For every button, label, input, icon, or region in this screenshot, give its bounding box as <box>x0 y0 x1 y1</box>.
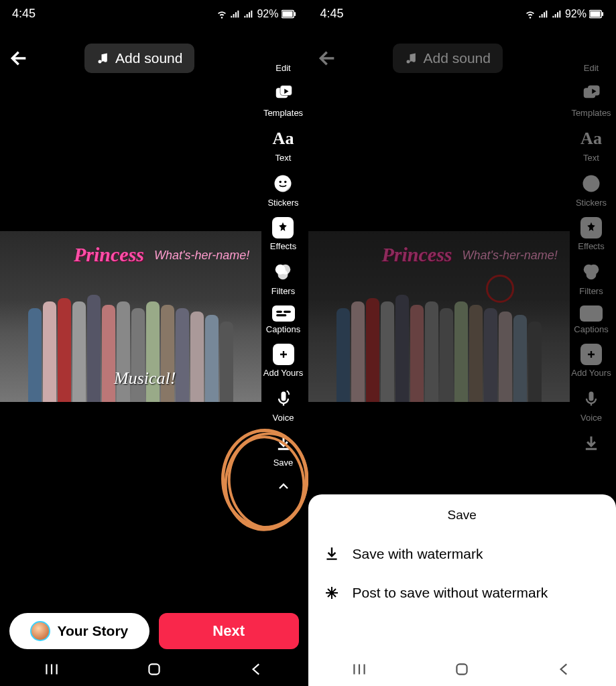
nav-recents[interactable] <box>43 661 60 678</box>
svg-point-21 <box>582 176 599 192</box>
annotation-red-circle <box>486 275 514 303</box>
nav-home[interactable] <box>145 661 163 678</box>
tool-effects[interactable]: Effects <box>270 217 297 251</box>
preview-text-subtitle: What's-her-name! <box>154 249 249 263</box>
nav-back[interactable] <box>248 661 265 678</box>
tool-text: Aa Text <box>580 127 603 163</box>
templates-icon <box>580 82 603 105</box>
collapse-tools-button[interactable] <box>273 480 294 493</box>
sheet-row-watermark-label: Save with watermark <box>353 546 483 562</box>
next-button[interactable]: Next <box>159 613 299 649</box>
wifi-icon <box>217 9 227 19</box>
screen-left: 4:45 92% Add sound Edit Templates <box>0 0 308 686</box>
add-yours-icon <box>273 344 294 365</box>
filters-icon <box>271 261 294 283</box>
status-bar: 4:45 92% <box>308 0 617 23</box>
tool-column: Edit Templates Aa Text Stickers Effects <box>259 51 308 493</box>
back-button[interactable] <box>8 47 31 70</box>
voice-icon <box>272 387 295 410</box>
captions-icon <box>580 305 603 322</box>
status-indicators: 92% <box>525 8 604 20</box>
effects-icon <box>580 217 602 238</box>
status-indicators: 92% <box>217 8 296 20</box>
svg-rect-15 <box>149 664 159 674</box>
add-sound-label: Add sound <box>115 50 182 66</box>
tool-voice[interactable]: Voice <box>272 387 295 423</box>
add-sound-button: Add sound <box>393 44 503 73</box>
tool-save <box>580 432 603 455</box>
svg-rect-12 <box>284 311 291 313</box>
sheet-row-no-watermark[interactable]: Post to save without watermark <box>308 573 617 612</box>
text-icon: Aa <box>580 127 603 150</box>
status-time: 4:45 <box>12 7 36 21</box>
text-icon: Aa <box>272 127 295 150</box>
your-story-label: Your Story <box>57 623 128 639</box>
bottom-actions: Your Story Next <box>0 613 308 649</box>
save-icon <box>580 432 603 455</box>
svg-rect-26 <box>457 664 467 674</box>
tool-templates[interactable]: Templates <box>263 82 303 118</box>
tool-edit[interactable]: Edit <box>272 51 295 73</box>
battery-icon <box>282 9 296 19</box>
video-preview: Princess What's-her-name! <box>308 231 570 402</box>
tool-stickers: Stickers <box>576 172 607 208</box>
preview-text-princess: Princess <box>74 243 144 266</box>
add-sound-label: Add sound <box>424 50 491 66</box>
nav-back[interactable] <box>556 661 573 678</box>
svg-rect-18 <box>602 12 603 16</box>
svg-point-7 <box>284 181 287 184</box>
signal-icon-2 <box>243 9 254 19</box>
nav-recents[interactable] <box>351 661 368 678</box>
battery-icon <box>589 9 604 19</box>
chevron-up-icon <box>275 478 292 494</box>
captions-icon <box>272 305 295 322</box>
svg-rect-13 <box>276 314 286 316</box>
sheet-row-no-watermark-label: Post to save without watermark <box>353 585 548 601</box>
tool-edit: Edit <box>580 51 603 73</box>
tool-voice: Voice <box>580 387 603 423</box>
signal-icon <box>538 9 549 19</box>
download-icon <box>323 545 341 563</box>
tool-effects: Effects <box>578 217 605 251</box>
signal-icon <box>230 9 241 19</box>
android-nav <box>0 653 308 686</box>
add-sound-button[interactable]: Add sound <box>84 44 194 73</box>
preview-text-subtitle: What's-her-name! <box>463 249 558 263</box>
tool-filters[interactable]: Filters <box>271 261 295 296</box>
tool-captions[interactable]: Captions <box>266 305 300 334</box>
svg-rect-2 <box>294 12 295 16</box>
filters-icon <box>580 261 603 283</box>
tool-add-yours: Add Yours <box>571 344 611 378</box>
signal-icon-2 <box>552 9 562 19</box>
svg-point-24 <box>586 269 596 279</box>
status-time: 4:45 <box>320 7 344 21</box>
screen-right: 4:45 92% Add sound Edit Templates <box>308 0 617 686</box>
svg-point-10 <box>278 269 288 279</box>
edit-icon <box>272 51 295 60</box>
svg-rect-14 <box>281 392 286 401</box>
wifi-icon <box>525 9 536 19</box>
tool-column: Edit Templates Aa Text Stickers Effects <box>566 51 616 455</box>
voice-icon <box>580 387 603 410</box>
tool-add-yours[interactable]: Add Yours <box>263 344 303 378</box>
nav-home[interactable] <box>453 661 471 678</box>
back-arrow-icon <box>317 48 338 69</box>
sheet-row-watermark[interactable]: Save with watermark <box>308 535 617 573</box>
svg-rect-25 <box>589 392 594 401</box>
battery-text: 92% <box>257 8 278 20</box>
tool-text[interactable]: Aa Text <box>272 127 295 163</box>
save-icon <box>272 432 295 455</box>
svg-rect-1 <box>282 11 292 16</box>
tool-save[interactable]: Save <box>272 432 295 468</box>
preview-text-musical: Musical! <box>114 368 176 389</box>
your-story-button[interactable]: Your Story <box>9 613 149 649</box>
video-preview[interactable]: Princess What's-her-name! Musical! <box>0 231 261 402</box>
crowd-placeholder <box>308 275 570 402</box>
android-nav <box>308 653 617 686</box>
tool-captions: Captions <box>574 305 608 334</box>
svg-rect-11 <box>276 311 282 313</box>
save-sheet: Save Save with watermark Post to save wi… <box>308 494 617 653</box>
tool-stickers[interactable]: Stickers <box>267 172 298 208</box>
sparkle-icon <box>323 584 341 602</box>
avatar <box>30 621 50 641</box>
